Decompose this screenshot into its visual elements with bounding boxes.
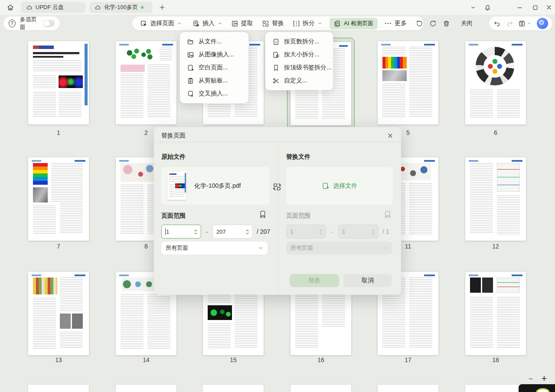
page-thumbnail-22[interactable] [291,385,351,392]
insert-menu: 从文件... 从图像插入... 空白页面... 从剪贴板... 交叉插入... [180,32,248,103]
menu-item-split-by-bookmark[interactable]: 按顶级书签拆分... [265,61,333,74]
tools-pill: 选择页面 插入 提取 替换 拆分 AI 检测页面 [132,16,424,30]
page-range-label: 页面范围 [161,212,186,220]
ai-detect-pages-button[interactable]: AI 检测页面 [327,16,380,30]
page-thumbnail-12[interactable] [465,157,526,241]
original-file-name: 化学-100多页.pdf [194,167,241,205]
menu-item-label: 自定义... [284,77,307,85]
page-decor [32,274,85,276]
undo-icon[interactable] [493,20,501,27]
assistant-popup[interactable] [519,384,555,392]
rotate-left-button[interactable] [413,16,426,30]
page-thumbnail-21[interactable] [203,385,264,392]
menu-item-cross-insert[interactable]: 交叉插入... [180,87,248,100]
page-range-icon[interactable] [259,210,267,218]
select-cursor-icon [140,20,147,27]
replace-button[interactable]: 替换 [258,16,288,30]
ai-assistant-button[interactable] [537,18,548,29]
choose-file-button[interactable]: 选择文件 [286,167,393,205]
menu-item-from-file[interactable]: 从文件... [180,35,248,48]
replace-confirm-button[interactable]: 替换 [290,274,339,287]
page-decor [169,173,177,175]
insert-button[interactable]: 插入 [188,16,227,30]
multi-select-toggle[interactable] [43,20,55,27]
stepper-icon[interactable] [193,229,198,235]
page-decor [469,274,522,276]
page-decor [469,160,522,162]
window-close-button[interactable] [544,2,554,13]
custom-split-icon [272,77,280,85]
page-thumbnail-7[interactable] [28,157,89,241]
extract-button[interactable]: 提取 [227,16,258,30]
page-thumbnail-5[interactable] [378,41,438,124]
menu-item-from-clipboard[interactable]: 从剪贴板... [180,74,248,87]
page-number: 13 [28,356,89,363]
page-thumbnail-1[interactable] [28,41,89,124]
original-file-label: 原始文件 [161,153,186,161]
ai-swirl-icon [539,20,544,25]
close-organize-button[interactable]: 关闭 [455,16,478,30]
redo-icon[interactable] [506,20,513,27]
minimize-icon [516,4,523,11]
split-menu: 2按页数拆分... 按大小拆分... 按顶级书签拆分... 自定义... [265,32,333,90]
page-thumbnail-13[interactable] [28,272,89,355]
page-decor [208,323,231,349]
menu-item-label: 从文件... [199,38,222,46]
page-decor [119,44,173,46]
delete-pages-button[interactable] [440,16,453,30]
zoom-in-button[interactable]: + [539,373,550,384]
dialog-title: 替换页面 [161,132,186,140]
chevron-down-icon [258,245,263,251]
replace-file-card[interactable]: 选择文件 [286,167,393,205]
split-button[interactable]: 拆分 [288,16,327,30]
zoom-out-button[interactable]: − [526,375,536,383]
menu-item-split-by-size[interactable]: 按大小拆分... [265,48,333,61]
cloud-icon [26,4,33,11]
page-thumbnail-18[interactable] [465,272,526,355]
more-button[interactable]: ··· 更多 [380,16,411,30]
new-tab-button[interactable] [157,2,167,13]
range-to-input[interactable]: 207 [212,225,253,238]
maximize-button[interactable] [530,2,540,13]
page-decor [33,46,54,49]
page-thumbnail-6[interactable] [465,41,526,124]
cancel-button[interactable]: 取消 [343,274,392,287]
menu-item-blank-page[interactable]: 空白页面... [180,61,248,74]
page-thumbnail-24[interactable] [465,385,526,392]
rotate-right-button[interactable] [426,16,440,30]
page-number: 6 [465,129,526,136]
menu-item-custom-split[interactable]: 自定义... [265,74,333,87]
chevron-down-icon [317,21,323,26]
page-thumbnail-2[interactable] [116,41,176,124]
select-pages-button[interactable]: 选择页面 [136,16,186,30]
tab-document[interactable]: 化学-100多页 [89,2,153,13]
menu-item-split-by-pages[interactable]: 2按页数拆分... [265,35,333,48]
blank-page-icon [187,64,194,72]
tab-updf-cloud[interactable]: UPDF 云盘 [21,2,86,13]
notifications-button[interactable] [482,2,493,13]
split-by-bookmark-icon [272,64,280,72]
stepper-icon[interactable] [245,229,250,235]
menu-item-from-image[interactable]: 从图像插入... [180,48,248,61]
range-from-input[interactable]: 1 [161,225,201,238]
multi-select-label: 多选页面 [20,16,39,31]
help-icon[interactable]: ? [9,20,16,27]
page-decor [409,183,432,234]
tab-label: 化学-100多页 [104,3,138,11]
page-number: 16 [291,356,351,363]
dialog-close-button[interactable] [385,131,395,140]
range-scope-select[interactable]: 所有页面 [161,242,268,255]
page-thumbnail-23[interactable] [378,385,438,392]
divider [154,142,401,142]
page-thumbnail-19[interactable] [28,385,89,392]
minimize-button[interactable] [514,2,525,13]
save-button[interactable] [518,20,532,27]
page-decor [33,187,48,203]
page-thumbnail-20[interactable] [116,385,176,392]
range-from-value: 1 [166,229,169,235]
chevron-down-icon [217,21,222,26]
tab-list-button[interactable] [468,2,478,13]
tab-label: UPDF 云盘 [36,3,64,11]
home-button[interactable] [5,2,16,13]
page-decor [33,163,48,185]
